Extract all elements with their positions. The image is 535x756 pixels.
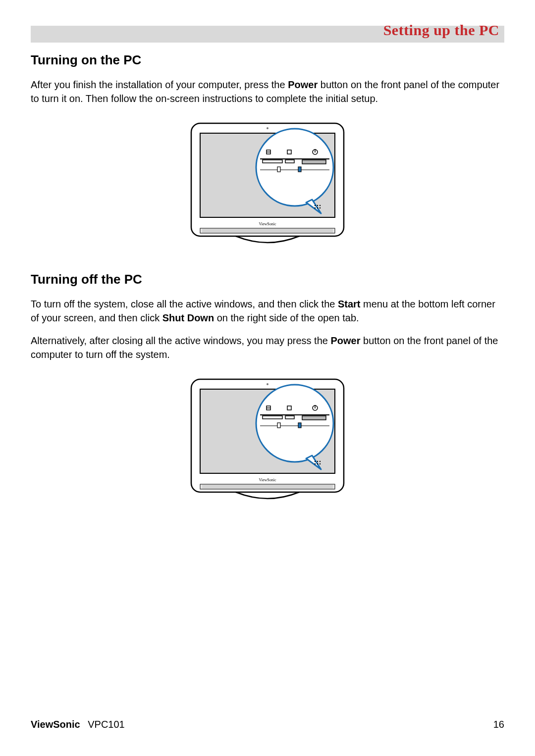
svg-rect-48: [263, 416, 282, 419]
power-label: Power: [288, 79, 318, 90]
brand-label: ViewSonic: [259, 478, 276, 482]
footer-brand: ViewSonic: [31, 719, 80, 730]
svg-point-41: [320, 463, 321, 464]
power-label: Power: [330, 335, 360, 346]
svg-rect-3: [200, 228, 335, 233]
heading-turning-off: Turning off the PC: [31, 272, 504, 287]
svg-rect-50: [302, 416, 326, 420]
svg-point-38: [320, 461, 321, 462]
text: To turn off the system, close all the ac…: [31, 299, 338, 309]
svg-point-13: [317, 207, 318, 208]
svg-point-1: [267, 127, 268, 129]
text: on the right side of the open tab.: [214, 312, 359, 323]
text: After you finish the installation of you…: [31, 79, 288, 90]
svg-point-39: [315, 463, 316, 464]
figure-turn-on: ViewSonic: [31, 120, 504, 250]
svg-rect-52: [277, 423, 280, 428]
text: Alternatively, after closing all the act…: [31, 335, 330, 346]
svg-point-37: [317, 461, 318, 462]
svg-rect-21: [263, 160, 282, 163]
heading-turning-on: Turning on the PC: [31, 52, 504, 68]
page-number: 16: [493, 719, 504, 730]
svg-rect-23: [302, 160, 326, 164]
shutdown-label: Shut Down: [162, 312, 214, 323]
paragraph-turn-on: After you finish the installation of you…: [31, 78, 504, 105]
brand-label: ViewSonic: [259, 222, 276, 226]
svg-rect-30: [200, 484, 335, 489]
figure-turn-off: ViewSonic: [31, 376, 504, 506]
svg-point-11: [320, 205, 321, 206]
svg-point-10: [317, 205, 318, 206]
svg-point-35: [256, 385, 333, 462]
svg-point-14: [320, 207, 321, 208]
page-footer: ViewSonic VPC101 16: [31, 719, 504, 730]
paragraph-turn-off-2: Alternatively, after closing all the act…: [31, 334, 504, 361]
monitor-illustration: ViewSonic: [188, 376, 347, 506]
svg-point-28: [267, 383, 268, 385]
svg-rect-49: [285, 416, 294, 419]
start-label: Start: [338, 299, 361, 309]
svg-rect-26: [298, 167, 301, 172]
svg-point-12: [315, 207, 316, 208]
svg-point-8: [256, 129, 333, 206]
chapter-title: Setting up the PC: [383, 22, 499, 39]
svg-rect-22: [285, 160, 294, 163]
chapter-header-bar: Setting up the PC: [31, 26, 504, 43]
svg-point-40: [317, 463, 318, 464]
monitor-illustration: ViewSonic: [188, 120, 347, 250]
footer-model: VPC101: [88, 719, 125, 730]
paragraph-turn-off-1: To turn off the system, close all the ac…: [31, 297, 504, 325]
footer-left: ViewSonic VPC101: [31, 719, 125, 730]
svg-point-9: [315, 205, 316, 206]
svg-rect-53: [298, 423, 301, 428]
svg-rect-25: [277, 167, 280, 172]
svg-point-36: [315, 461, 316, 462]
